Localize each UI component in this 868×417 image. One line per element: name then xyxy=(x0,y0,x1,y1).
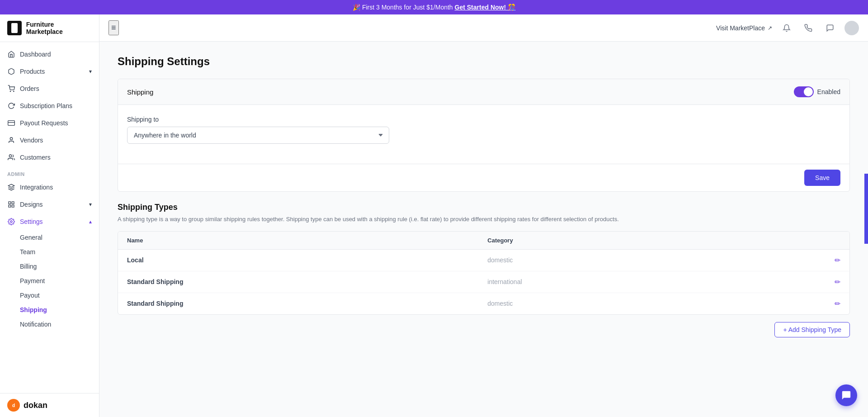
sidebar-item-label: Customers xyxy=(20,154,51,161)
refresh-icon xyxy=(7,102,15,110)
sidebar-item-label: Settings xyxy=(20,218,43,225)
sidebar-item-integrations[interactable]: Integrations xyxy=(0,179,99,196)
users-icon xyxy=(7,153,15,161)
subnav-team[interactable]: Team xyxy=(0,245,99,259)
table-row: Standard Shipping international ✏ xyxy=(118,271,849,293)
cell-category: domestic xyxy=(478,293,733,314)
chevron-down-icon: ▾ xyxy=(89,68,92,75)
sidebar-item-products[interactable]: Products ▾ xyxy=(0,63,99,80)
settings-icon xyxy=(7,218,15,226)
banner-cta[interactable]: Get Started Now! 🎊 xyxy=(455,4,515,11)
subnav-label: Payment xyxy=(20,277,45,284)
dokan-logo-icon: d xyxy=(7,399,20,412)
svg-point-4 xyxy=(10,137,12,140)
table-row: Standard Shipping domestic ✏ xyxy=(118,293,849,314)
subnav-payout[interactable]: Payout xyxy=(0,288,99,303)
svg-point-1 xyxy=(14,91,14,91)
svg-rect-2 xyxy=(8,121,15,126)
col-name: Name xyxy=(118,232,478,250)
cell-actions: ✏ xyxy=(733,249,849,271)
cell-name: Standard Shipping xyxy=(118,293,478,314)
grid-icon xyxy=(7,200,15,208)
book-meeting-tab[interactable]: Book a free meeting xyxy=(864,173,868,243)
sidebar-item-label: Orders xyxy=(20,85,39,92)
subnav-billing[interactable]: Billing xyxy=(0,259,99,274)
shipping-types-section: Shipping Types A shipping type is a way … xyxy=(118,203,850,345)
sidebar-item-vendors[interactable]: Vendors xyxy=(0,132,99,149)
header: ≡ Visit MarketPlace ↗ xyxy=(99,14,868,42)
subnav-label: Shipping xyxy=(20,306,47,313)
dokan-brand: dokan xyxy=(24,401,47,410)
sidebar-item-settings[interactable]: Settings ▴ xyxy=(0,213,99,230)
menu-toggle-button[interactable]: ≡ xyxy=(108,20,119,35)
sidebar-footer: d dokan xyxy=(0,393,99,417)
subnav-payment[interactable]: Payment xyxy=(0,274,99,288)
add-shipping-type-button[interactable]: + Add Shipping Type xyxy=(774,322,850,337)
chat-button[interactable] xyxy=(823,21,837,35)
svg-rect-8 xyxy=(12,202,14,204)
logo-text: Furniture Marketplace xyxy=(26,21,92,35)
sidebar-item-payout-requests[interactable]: Payout Requests xyxy=(0,114,99,132)
sidebar-item-label: Payout Requests xyxy=(20,119,68,127)
sidebar-item-subscription[interactable]: Subscription Plans xyxy=(0,97,99,114)
settings-subnav: General Team Billing Payment Payout Ship… xyxy=(0,230,99,332)
cell-actions: ✏ xyxy=(733,271,849,293)
sidebar: Furniture Marketplace Dashboard Products… xyxy=(0,14,99,417)
cell-actions: ✏ xyxy=(733,293,849,314)
save-button[interactable]: Save xyxy=(804,170,840,186)
edit-icon[interactable]: ✏ xyxy=(835,256,840,264)
phone-button[interactable] xyxy=(801,21,816,35)
subnav-shipping[interactable]: Shipping xyxy=(0,303,99,317)
visit-marketplace-link[interactable]: Visit MarketPlace ↗ xyxy=(716,24,772,32)
sidebar-item-label: Integrations xyxy=(20,184,53,191)
shipping-to-select[interactable]: Anywhere in the world xyxy=(127,127,389,144)
cell-name: Standard Shipping xyxy=(118,271,478,293)
sidebar-item-label: Designs xyxy=(20,201,43,208)
main-content: ≡ Visit MarketPlace ↗ Shipping xyxy=(99,14,868,417)
sidebar-item-label: Vendors xyxy=(20,137,43,144)
edit-icon[interactable]: ✏ xyxy=(835,300,840,308)
home-icon xyxy=(7,50,15,58)
sidebar-item-designs[interactable]: Designs ▾ xyxy=(0,196,99,213)
toggle-label: Enabled xyxy=(817,88,840,95)
cell-category: domestic xyxy=(478,249,733,271)
subnav-label: Payout xyxy=(20,292,40,299)
col-actions xyxy=(733,232,849,250)
notifications-button[interactable] xyxy=(779,21,794,35)
user-avatar[interactable] xyxy=(844,21,859,35)
logo-icon xyxy=(7,21,22,35)
chat-bubble-button[interactable] xyxy=(835,384,857,406)
toggle-wrap: Enabled xyxy=(794,86,840,97)
subnav-general[interactable]: General xyxy=(0,230,99,245)
sidebar-item-label: Subscription Plans xyxy=(20,102,72,109)
subnav-label: Billing xyxy=(20,263,37,270)
banner-text: 🎉 First 3 Months for Just $1/Month xyxy=(353,4,453,11)
sidebar-logo: Furniture Marketplace xyxy=(0,14,99,42)
sidebar-item-customers[interactable]: Customers xyxy=(0,149,99,166)
svg-point-0 xyxy=(10,91,10,91)
page-title: Shipping Settings xyxy=(118,55,850,68)
sidebar-item-label: Dashboard xyxy=(20,51,51,58)
shipping-section-title: Shipping xyxy=(127,88,153,96)
edit-icon[interactable]: ✏ xyxy=(835,278,840,286)
col-category: Category xyxy=(478,232,733,250)
svg-point-11 xyxy=(10,221,12,223)
shipping-card-body: Shipping to Anywhere in the world xyxy=(118,105,849,164)
sidebar-item-orders[interactable]: Orders xyxy=(0,80,99,97)
subnav-label: General xyxy=(20,234,42,241)
sidebar-item-dashboard[interactable]: Dashboard xyxy=(0,46,99,63)
subnav-notification[interactable]: Notification xyxy=(0,317,99,332)
admin-section-label: ADMIN xyxy=(0,166,99,179)
top-banner: 🎉 First 3 Months for Just $1/Month Get S… xyxy=(0,0,868,14)
svg-point-5 xyxy=(9,155,11,157)
svg-marker-6 xyxy=(8,184,14,187)
credit-card-icon xyxy=(7,119,15,127)
page-body: Shipping Settings Shipping Enabled Shipp… xyxy=(99,42,868,417)
external-link-icon: ↗ xyxy=(768,25,772,31)
shipping-types-desc: A shipping type is a way to group simila… xyxy=(118,215,850,224)
table-actions: + Add Shipping Type xyxy=(118,315,850,345)
cart-icon xyxy=(7,85,15,93)
shipping-toggle[interactable] xyxy=(794,86,814,97)
table-row: Local domestic ✏ xyxy=(118,249,849,271)
user-icon xyxy=(7,136,15,144)
